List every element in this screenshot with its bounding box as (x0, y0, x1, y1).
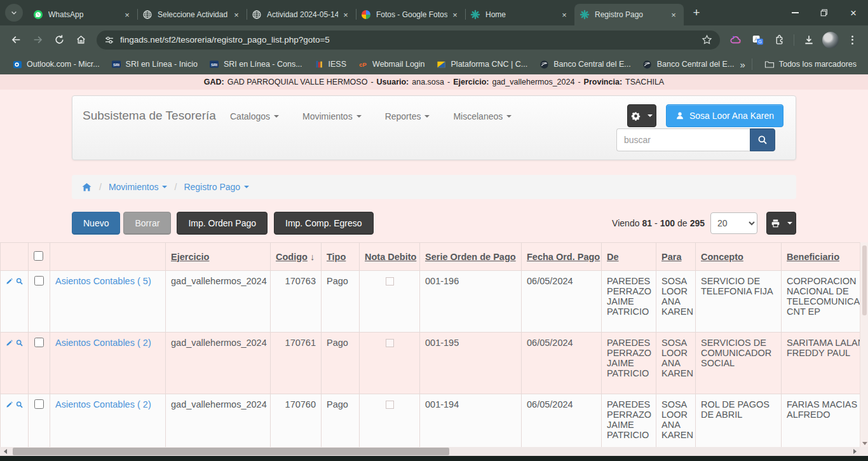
tab-registro-pago-active[interactable]: Registro Pago × (574, 4, 684, 25)
tab-close-button[interactable]: × (122, 10, 132, 20)
new-tab-button[interactable]: + (688, 4, 705, 22)
breadcrumb-registro-pago[interactable]: Registro Pago (184, 182, 249, 192)
tab-actividad[interactable]: Actividad 2024-05-14 × (247, 4, 356, 25)
delete-button[interactable]: Borrar (123, 212, 171, 235)
bookmark-star-icon[interactable] (702, 34, 712, 45)
asientos-link[interactable]: Asientos Contables ( 2) (55, 399, 151, 409)
user-account-button[interactable]: Sosa Loor Ana Karen (666, 104, 783, 127)
bookmark-sri-consultas[interactable]: SRI SRI en Línea - Cons... (203, 57, 308, 71)
total-records: 295 (690, 218, 705, 228)
edit-pencil-icon[interactable] (6, 400, 13, 409)
tab-close-button[interactable]: × (450, 10, 460, 20)
printer-dropdown-button[interactable] (766, 212, 796, 235)
back-button[interactable] (6, 31, 25, 50)
page-size-select[interactable]: 20 (710, 212, 757, 234)
asientos-link[interactable]: Asientos Contables ( 5) (55, 276, 151, 286)
tab-whatsapp[interactable]: WhatsApp × (28, 4, 137, 25)
beneficiario-cell: FARIAS MACIAS LUIS ALFREDO (782, 394, 860, 448)
row-actions-cell (1, 271, 29, 333)
col-para[interactable]: Para (656, 243, 696, 271)
col-tipo[interactable]: Tipo (322, 243, 360, 271)
row-checkbox[interactable] (34, 399, 44, 409)
col-actions (1, 243, 29, 271)
vertical-scrollbar[interactable] (860, 242, 868, 447)
chevron-down-icon (356, 115, 362, 118)
weather-extension-icon[interactable] (726, 31, 745, 50)
horizontal-scrollbar[interactable] (0, 447, 860, 456)
print-comp-egreso-button[interactable]: Imp. Comp. Egreso (274, 212, 374, 235)
scroll-down-arrow[interactable] (862, 442, 867, 445)
tab-seleccione-actividad[interactable]: Seleccione Actividad × (137, 4, 247, 25)
col-de[interactable]: De (602, 243, 656, 271)
close-window-button[interactable]: × (839, 0, 868, 25)
bookmark-iess[interactable]: IESS (308, 57, 353, 71)
fingads-icon (470, 10, 480, 20)
svg-text:G: G (758, 39, 762, 45)
home-breadcrumb-icon[interactable] (81, 182, 92, 193)
tab-close-button[interactable]: × (341, 10, 351, 20)
home-button[interactable] (71, 31, 90, 50)
chevron-down-icon (244, 186, 249, 188)
restore-button[interactable] (810, 0, 839, 25)
bookmark-webmail[interactable]: cP Webmail Login (352, 57, 430, 71)
address-bar[interactable]: fingads.net/sf2/tesoreria/registro_pago_… (97, 31, 720, 50)
bookmark-banco-central-2[interactable]: Banco Central del E... (637, 57, 740, 71)
col-nota-debito[interactable]: Nota Debito (360, 243, 420, 271)
scroll-right-arrow[interactable] (850, 447, 860, 456)
row-checkbox[interactable] (34, 338, 44, 347)
tab-google-fotos[interactable]: Fotos - Google Fotos × (356, 4, 465, 25)
bookmarks-divider (752, 58, 752, 70)
extensions-puzzle-icon[interactable] (770, 31, 789, 50)
tab-home[interactable]: Home × (465, 4, 574, 25)
view-magnifier-icon[interactable] (16, 277, 24, 286)
forward-button[interactable] (28, 31, 47, 50)
breadcrumb: / Movimientos / Registro Pago (72, 175, 796, 199)
bookmark-cnc[interactable]: Plataforma CNC | C... (431, 57, 534, 71)
menu-reportes[interactable]: Reportes (385, 111, 430, 121)
asientos-link[interactable]: Asientos Contables ( 2) (55, 338, 151, 348)
col-fecha[interactable]: Fecha Ord. Pago (522, 243, 602, 271)
minimize-button[interactable] (780, 0, 810, 25)
new-button[interactable]: Nuevo (72, 212, 120, 235)
vertical-scrollbar-thumb[interactable] (862, 245, 867, 315)
select-all-checkbox[interactable] (34, 251, 43, 261)
horizontal-scrollbar-thumb[interactable] (13, 448, 449, 455)
print-orden-pago-button[interactable]: Imp. Orden Pago (177, 212, 268, 235)
scroll-left-arrow[interactable] (0, 447, 10, 456)
row-checkbox[interactable] (34, 276, 44, 286)
bookmark-sri-inicio[interactable]: SRI SRI en Línea - Inicio (105, 57, 203, 71)
reload-button[interactable] (50, 31, 69, 50)
tab-close-button[interactable]: × (668, 10, 679, 20)
downloads-button[interactable] (799, 31, 818, 50)
col-concepto[interactable]: Concepto (696, 243, 782, 271)
para-cell: SOSA LOOR ANA KAREN (656, 271, 696, 333)
breadcrumb-movimientos[interactable]: Movimientos (109, 182, 168, 192)
tab-search-button[interactable] (5, 4, 23, 22)
view-magnifier-icon[interactable] (16, 338, 24, 348)
bookmarks-overflow-button[interactable]: » (740, 59, 745, 70)
col-serie[interactable]: Serie Orden de Pago (420, 243, 522, 271)
edit-pencil-icon[interactable] (6, 277, 13, 286)
exercise-value: gad_vallehermos_2024 (492, 78, 574, 86)
translate-icon[interactable]: AG (748, 31, 767, 50)
page-content: GAD: GAD PARROQUIAL VALLE HERMOSO - Usua… (0, 74, 868, 461)
search-button[interactable] (750, 128, 775, 151)
settings-dropdown-button[interactable] (627, 104, 656, 127)
menu-movimientos[interactable]: Movimientos (302, 111, 362, 121)
col-ejercicio[interactable]: Ejercicio (166, 243, 271, 271)
menu-miscelaneos[interactable]: Miscelaneos (453, 111, 512, 121)
col-codigo-sorted[interactable]: Codigo ↓ (271, 243, 322, 271)
tab-close-button[interactable]: × (559, 10, 569, 20)
profile-avatar[interactable] (821, 31, 840, 50)
tab-close-button[interactable]: × (231, 10, 241, 20)
col-beneficiario[interactable]: Beneficiario (782, 243, 860, 271)
bookmark-banco-central-1[interactable]: Banco Central del E... (533, 57, 637, 71)
bookmark-outlook[interactable]: Outlook.com - Micr... (6, 57, 105, 71)
edit-pencil-icon[interactable] (6, 338, 13, 348)
search-input[interactable] (616, 128, 750, 151)
menu-catalogos[interactable]: Catalogos (230, 111, 279, 121)
view-magnifier-icon[interactable] (16, 400, 24, 409)
browser-menu-button[interactable] (843, 31, 862, 50)
fecha-cell: 06/05/2024 (522, 333, 602, 394)
all-bookmarks-button[interactable]: Todos los marcadores (759, 57, 862, 71)
